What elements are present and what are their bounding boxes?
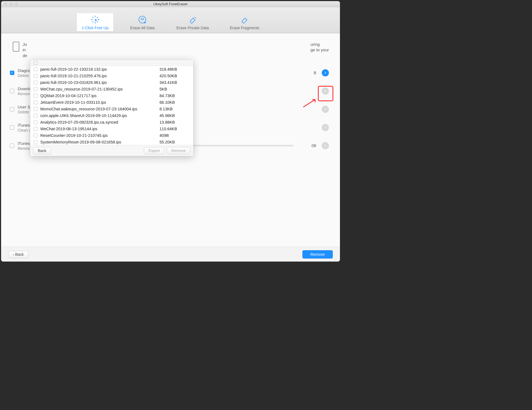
svg-point-3 xyxy=(195,17,196,18)
file-checkbox[interactable] xyxy=(34,134,38,137)
file-checkbox[interactable] xyxy=(34,127,38,131)
file-name: Analytics-2019-07-25-082328.ips.ca.synce… xyxy=(40,120,157,124)
intro-tail-1: uring xyxy=(310,42,320,47)
intro-row: Ju in de uring ge to your xyxy=(13,42,329,58)
file-checkbox[interactable] xyxy=(34,107,38,111)
panel-remove-button[interactable]: Remove xyxy=(167,147,190,154)
file-checkbox[interactable] xyxy=(34,74,38,78)
file-size: 66.10KB xyxy=(159,100,190,105)
file-row[interactable]: panic-full-2019-10-21-210255.476.ips420.… xyxy=(30,73,193,79)
erase-all-icon: All xyxy=(137,15,147,25)
phone-icon xyxy=(13,42,19,52)
file-row[interactable]: WeChat-2019-08-13-195144.ips110.64KB xyxy=(30,126,193,132)
window-controls[interactable] xyxy=(4,2,18,6)
file-checkbox[interactable] xyxy=(34,140,38,144)
panel-header xyxy=(30,60,193,66)
file-name: panic-full-2019-10-23-031826.961.ips xyxy=(40,80,157,85)
file-size: 343.41KB xyxy=(159,80,190,85)
checkbox[interactable] xyxy=(10,143,14,148)
file-list[interactable]: panic-full-2019-10-22-193218.132.ips318.… xyxy=(30,66,193,145)
details-arrow[interactable] xyxy=(322,69,329,76)
svg-text:All: All xyxy=(141,17,144,21)
content-area: Ju in de uring ge to your Diagnost Delet… xyxy=(1,33,340,247)
file-row[interactable]: com.apple.UIKit.ShareUI-2019-09-10-11442… xyxy=(30,112,193,119)
file-checkbox[interactable] xyxy=(34,67,38,71)
file-row[interactable]: QQMail-2019-10-04-121717.ips84.73KB xyxy=(30,92,193,99)
app-title: UkeySoft FoneEraser xyxy=(153,2,188,6)
intro-tail-2: ge to your xyxy=(310,47,329,52)
tab-erase-fragments[interactable]: Erase Fragments xyxy=(225,13,264,31)
toolbar: 1-Click Free Up All Erase All Data Erase… xyxy=(1,7,340,33)
file-name: com.apple.UIKit.ShareUI-2019-09-10-11442… xyxy=(40,113,157,118)
file-size: 13.88KB xyxy=(159,120,190,124)
file-name: JetsamEvent-2019-10-11-033110.ips xyxy=(40,100,157,105)
details-arrow[interactable] xyxy=(322,142,329,149)
checkbox[interactable] xyxy=(10,125,14,130)
file-size: 318.48KB xyxy=(159,67,190,71)
tab-label: Erase Fragments xyxy=(230,26,259,30)
details-arrow[interactable] xyxy=(322,106,329,113)
close-dot[interactable] xyxy=(4,2,7,6)
file-size: 420.50KB xyxy=(159,74,190,78)
select-all-checkbox[interactable] xyxy=(34,61,38,65)
annotation-arrow xyxy=(302,97,318,110)
file-list-panel: panic-full-2019-10-22-193218.132.ips318.… xyxy=(30,60,193,156)
file-size: 84.73KB xyxy=(159,94,190,98)
file-checkbox[interactable] xyxy=(34,100,38,104)
tab-1click-free-up[interactable]: 1-Click Free Up xyxy=(77,13,113,31)
tab-erase-private-data[interactable]: Erase Private Data xyxy=(171,13,214,31)
back-button[interactable]: ‹Back xyxy=(8,251,28,258)
category-size: B xyxy=(297,71,316,75)
intro-frag-1: Ju xyxy=(23,42,27,47)
file-name: panic-full-2019-10-21-210255.476.ips xyxy=(40,74,157,78)
file-checkbox[interactable] xyxy=(34,94,38,98)
tab-label: Erase Private Data xyxy=(176,26,209,30)
file-row[interactable]: panic-full-2019-10-23-031826.961.ips343.… xyxy=(30,79,193,86)
intro-frag-3: de xyxy=(23,53,27,58)
file-size: 409B xyxy=(159,133,190,138)
titlebar: UkeySoft FoneEraser xyxy=(1,1,340,7)
file-name: panic-full-2019-10-22-193218.132.ips xyxy=(40,67,157,71)
checkbox[interactable] xyxy=(10,107,14,111)
file-name: ResetCounter-2019-10-21-210745.ips xyxy=(40,133,157,138)
zoom-dot[interactable] xyxy=(15,2,18,6)
remove-button[interactable]: Remove xyxy=(302,250,333,259)
file-size: 55.20KB xyxy=(159,140,190,144)
annotation-highlight-box xyxy=(318,86,333,101)
tab-label: Erase All Data xyxy=(130,26,155,30)
file-row[interactable]: panic-full-2019-10-22-193218.132.ips318.… xyxy=(30,66,193,73)
eraser-fragments-icon xyxy=(240,15,249,25)
file-name: MomoChat.wakeups_resource-2019-07-23-164… xyxy=(40,107,157,111)
file-name: QQMail-2019-10-04-121717.ips xyxy=(40,94,157,98)
tab-label: 1-Click Free Up xyxy=(82,26,108,30)
tab-erase-all-data[interactable]: All Erase All Data xyxy=(124,13,160,31)
file-size: 110.64KB xyxy=(159,127,190,131)
file-row[interactable]: JetsamEvent-2019-10-11-033110.ips66.10KB xyxy=(30,99,193,106)
panel-export-button[interactable]: Export xyxy=(144,147,164,154)
file-row[interactable]: MomoChat.wakeups_resource-2019-07-23-164… xyxy=(30,106,193,112)
eraser-private-icon xyxy=(188,15,198,25)
file-size: 5KB xyxy=(159,87,190,91)
file-name: SystemMemoryReset-2019-09-08-021658.ips xyxy=(40,140,157,144)
category-size: 0B xyxy=(297,143,316,148)
back-button-label: Back xyxy=(15,252,24,257)
file-checkbox[interactable] xyxy=(34,120,38,124)
file-size: 8.13KB xyxy=(159,107,190,111)
file-checkbox[interactable] xyxy=(34,81,38,84)
checkbox[interactable] xyxy=(10,89,14,93)
file-row[interactable]: Analytics-2019-07-25-082328.ips.ca.synce… xyxy=(30,119,193,126)
details-arrow[interactable] xyxy=(322,124,329,131)
window-footer: ‹Back Remove xyxy=(1,247,340,262)
file-row[interactable]: WeChat.cpu_resource-2019-07-21-130452.ip… xyxy=(30,86,193,92)
intro-frag-2: in xyxy=(23,47,26,52)
minimize-dot[interactable] xyxy=(9,2,13,6)
file-size: 45.96KB xyxy=(159,113,190,118)
file-row[interactable]: ResetCounter-2019-10-21-210745.ips409B xyxy=(30,132,193,139)
checkbox[interactable] xyxy=(10,71,14,75)
panel-footer: Back Export Remove xyxy=(30,145,193,156)
file-row[interactable]: SystemMemoryReset-2019-09-08-021658.ips5… xyxy=(30,139,193,145)
file-name: WeChat.cpu_resource-2019-07-21-130452.ip… xyxy=(40,87,157,91)
file-checkbox[interactable] xyxy=(34,87,38,91)
panel-back-button[interactable]: Back xyxy=(33,147,51,154)
file-checkbox[interactable] xyxy=(34,114,38,118)
